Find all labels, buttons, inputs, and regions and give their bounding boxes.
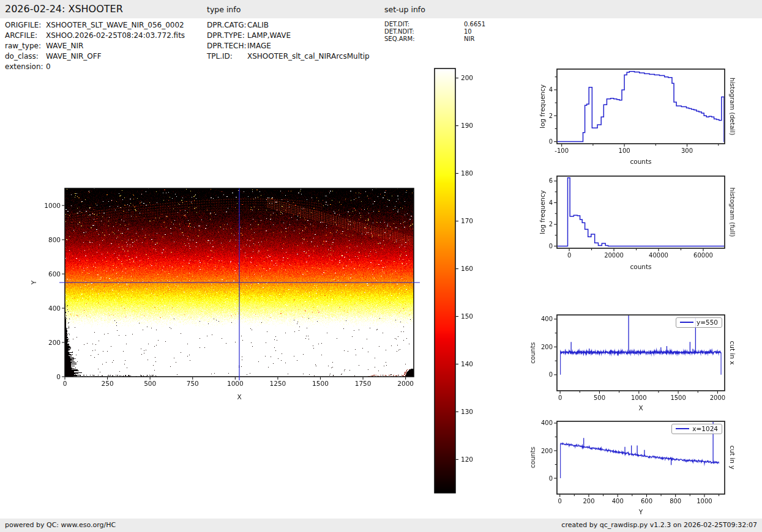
meta-row: ARCFILE:XSHOO.2026-02-25T08:24:03.772.fi… (5, 31, 185, 41)
cut-in-y-side-label: cut in y (729, 445, 736, 469)
legend-line-sample (676, 428, 689, 429)
meta-row: DPR.CATG:CALIB (207, 20, 370, 31)
meta-label: DET.NDIT: (384, 28, 464, 35)
meta-row: DPR.TECH:IMAGE (207, 41, 370, 51)
meta-value: NIR (464, 35, 474, 42)
legend-label: y=550 (697, 319, 718, 326)
histogram-full-side-label: histogram (full) (729, 188, 736, 237)
cut-in-y-xlabel: Y (557, 508, 725, 515)
meta-label: DPR.TYPE: (207, 31, 247, 41)
meta-row: DET.DIT:0.6651 (384, 21, 485, 28)
meta-label: ARCFILE: (5, 31, 46, 41)
meta-label: DPR.CATG: (207, 20, 247, 31)
meta-value: 10 (464, 28, 472, 35)
footer-bar: powered by QC: www.eso.org/HC created by… (0, 519, 762, 532)
cut-in-y-ylabel: counts (529, 446, 536, 468)
setup-info-block: DET.DIT:0.6651 DET.NDIT:10 SEQ.ARM:NIR (384, 21, 485, 43)
histogram-full-ylabel: log frequency (539, 190, 546, 234)
meta-row: DPR.TYPE:LAMP,WAVE (207, 31, 370, 41)
histogram-detail-side-label: histogram (detail) (729, 78, 736, 135)
meta-label: DPR.TECH: (207, 41, 247, 51)
meta-value: 0.6651 (464, 21, 485, 28)
colorbar-canvas (432, 65, 488, 499)
meta-label: raw_type: (5, 41, 46, 51)
meta-row: extension:0 (5, 62, 185, 72)
meta-row: do_class:WAVE_NIR_OFF (5, 51, 185, 62)
meta-value: LAMP,WAVE (247, 31, 291, 40)
cut-in-x-side-label: cut in x (729, 341, 736, 364)
meta-value: WAVE_NIR (46, 42, 83, 50)
meta-value: XSHOOTER_slt_cal_NIRArcsMultip (247, 52, 370, 61)
footer-left-text: powered by QC: www.eso.org/HC (5, 521, 116, 529)
type-info-block: DPR.CATG:CALIB DPR.TYPE:LAMP,WAVE DPR.TE… (207, 20, 370, 62)
meta-row: ORIGFILE:XSHOOTER_SLT_WAVE_NIR_056_0002 (5, 20, 185, 31)
type-info-heading: type info (207, 5, 241, 14)
raw-image-ylabel: Y (30, 281, 37, 284)
meta-label: ORIGFILE: (5, 20, 46, 31)
meta-label: DET.DIT: (384, 21, 464, 28)
page-title: 2026-02-24: XSHOOTER (5, 3, 123, 15)
meta-value: CALIB (247, 21, 269, 29)
qc-report-page: 2026-02-24: XSHOOTER type info set-up in… (0, 0, 762, 532)
meta-label: SEQ.ARM: (384, 35, 464, 43)
meta-row: TPL.ID:XSHOOTER_slt_cal_NIRArcsMultip (207, 51, 370, 62)
histogram-full-xlabel: counts (557, 263, 725, 270)
legend-label: x=1024 (692, 425, 718, 432)
meta-value: 0 (46, 62, 51, 71)
cut-in-x-xlabel: X (557, 404, 725, 412)
cut-in-y-legend: x=1024 (671, 424, 722, 434)
file-info-block: ORIGFILE:XSHOOTER_SLT_WAVE_NIR_056_0002 … (5, 20, 185, 72)
meta-label: extension: (5, 62, 46, 72)
legend-line-sample (680, 322, 693, 323)
histogram-detail-canvas (528, 65, 733, 166)
meta-value: XSHOO.2026-02-25T08:24:03.772.fits (46, 31, 185, 40)
histogram-full-canvas (528, 173, 733, 271)
cut-in-x-legend: y=550 (676, 317, 722, 328)
setup-info-heading: set-up info (384, 5, 425, 14)
meta-label: do_class: (5, 51, 46, 62)
header-bar: 2026-02-24: XSHOOTER type info set-up in… (0, 0, 762, 18)
meta-value: WAVE_NIR_OFF (46, 52, 102, 61)
meta-value: XSHOOTER_SLT_WAVE_NIR_056_0002 (46, 21, 184, 29)
footer-right-text: created by qc_rawdisp.py v1.2.3 on 2026-… (561, 521, 757, 529)
histogram-detail-xlabel: counts (557, 158, 725, 165)
meta-row: SEQ.ARM:NIR (384, 35, 485, 43)
meta-row: raw_type:WAVE_NIR (5, 41, 185, 51)
histogram-detail-ylabel: log frequency (539, 84, 546, 128)
cut-in-x-ylabel: counts (529, 342, 536, 363)
meta-row: DET.NDIT:10 (384, 28, 485, 35)
meta-label: TPL.ID: (207, 51, 247, 62)
meta-value: IMAGE (247, 42, 271, 50)
raw-image-canvas (37, 183, 435, 394)
raw-image-xlabel: X (65, 393, 414, 401)
